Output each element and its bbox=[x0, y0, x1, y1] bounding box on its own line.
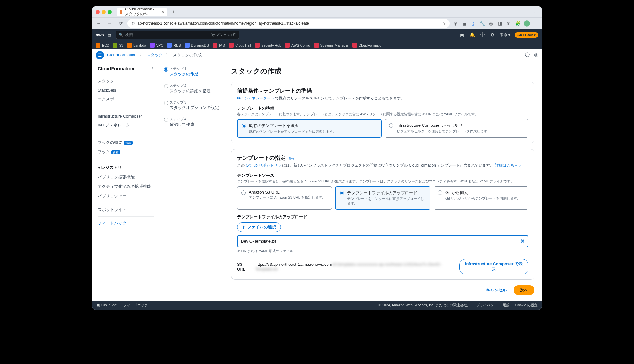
option-infrastructure-composer[interactable]: Infrastructure Composer からビルドビジュアルビルダーを使… bbox=[385, 119, 529, 138]
cloudshell-icon[interactable]: ▣ bbox=[459, 32, 465, 38]
aws-header: aws ▦ 🔍 検索 [オプション+S] ▣ 🔔 ⓘ ⚙ 東京 ▾ SDT+De… bbox=[92, 29, 542, 41]
sidebar-registry[interactable]: レジストリ bbox=[92, 163, 160, 172]
source-upload-file[interactable]: テンプレートファイルのアップロードテンプレートをコンソールに直接アップロードしま… bbox=[335, 186, 430, 210]
clear-file-icon[interactable]: ✕ bbox=[521, 238, 525, 244]
new-tab-button[interactable]: + bbox=[170, 8, 178, 16]
svc-rds[interactable]: RDS bbox=[167, 43, 181, 48]
footer-cookie[interactable]: Cookie の設定 bbox=[515, 303, 538, 308]
ext-icon-7[interactable]: 🗑 bbox=[506, 21, 512, 26]
sidebar-spotlight[interactable]: スポットライト bbox=[92, 205, 160, 214]
svc-vpc[interactable]: VPC bbox=[150, 43, 164, 48]
wizard-step-4[interactable]: ステップ 4 確認して作成 bbox=[161, 117, 220, 134]
svc-ec2[interactable]: EC2 bbox=[96, 43, 109, 48]
chevron-right-icon: 〉 bbox=[140, 53, 143, 57]
close-window[interactable] bbox=[96, 10, 100, 14]
iac-generator-link[interactable]: IaC ジェネレーター bbox=[237, 96, 274, 100]
svc-awsconfig[interactable]: AWS Config bbox=[285, 43, 310, 48]
cloudshell-button[interactable]: CloudShell bbox=[96, 303, 118, 307]
option-existing-template[interactable]: 既存のテンプレートを選択既存のテンプレートをアップロードまたは選択します。 bbox=[237, 119, 382, 138]
help-icon[interactable]: ⓘ bbox=[480, 32, 485, 38]
sidebar-infrastructure-composer[interactable]: Infrastructure Composer bbox=[92, 112, 160, 120]
svc-iam[interactable]: IAM bbox=[213, 43, 225, 48]
ext-icon-6[interactable]: ◨ bbox=[497, 21, 503, 26]
help-panel-icon[interactable]: ⓘ bbox=[525, 52, 530, 58]
footer-terms[interactable]: 用語 bbox=[503, 303, 510, 308]
aws-logo[interactable]: aws bbox=[96, 32, 104, 37]
github-repo-link[interactable]: GitHub リポジトリ bbox=[246, 163, 281, 168]
ext-icon-2[interactable]: ▣ bbox=[462, 21, 467, 26]
sidebar-publisher[interactable]: パブリッシャー bbox=[92, 191, 160, 201]
region-selector[interactable]: 東京 ▾ bbox=[500, 32, 510, 38]
forward-button[interactable]: → bbox=[106, 20, 113, 27]
url-field[interactable]: ⚙ ap-northeast-1.console.aws.amazon.com/… bbox=[127, 19, 450, 28]
template-prep-help: 各スタックはテンプレートに基づきます。テンプレートとは、スタックに含む AWS … bbox=[237, 112, 528, 117]
sidebar-feedback[interactable]: フィードバック bbox=[92, 219, 160, 228]
browser-menu-icon[interactable]: ⋮ bbox=[533, 21, 539, 26]
footer-feedback[interactable]: フィードバック bbox=[123, 303, 148, 308]
expand-tabs-icon[interactable]: ⌄ bbox=[531, 9, 538, 15]
site-info-icon[interactable]: ⚙ bbox=[131, 21, 135, 26]
sidebar-stacksets[interactable]: StackSets bbox=[92, 86, 160, 94]
wizard-step-2[interactable]: ステップ 2 スタックの詳細を指定 bbox=[161, 83, 220, 100]
sidebar-hook-overview[interactable]: フックの概要新着 bbox=[92, 138, 160, 147]
bookmark-star-icon[interactable]: ☆ bbox=[442, 21, 446, 26]
maximize-window[interactable] bbox=[108, 10, 112, 14]
nav-drawer-icon[interactable]: ☰ bbox=[96, 51, 104, 59]
sidebar-export[interactable]: エクスポート bbox=[92, 94, 160, 104]
svc-securityhub[interactable]: Security Hub bbox=[255, 43, 281, 48]
sidebar-activated-ext[interactable]: アクティブ化済みの拡張機能 bbox=[92, 182, 160, 191]
profile-avatar[interactable] bbox=[524, 20, 530, 27]
ext-icon-4[interactable]: 🔧 bbox=[479, 21, 485, 26]
extensions-icon[interactable]: 🧩 bbox=[515, 21, 521, 26]
learn-more-link[interactable]: 詳細はこちら bbox=[495, 163, 521, 168]
sidebar-iac-generator[interactable]: IaC ジェネレーター bbox=[92, 120, 160, 130]
back-button[interactable]: ← bbox=[95, 20, 103, 27]
url-text: ap-northeast-1.console.aws.amazon.com/cl… bbox=[138, 21, 309, 26]
close-tab-icon[interactable]: ✕ bbox=[161, 10, 164, 14]
sidebar-public-ext[interactable]: パブリック拡張機能 bbox=[92, 172, 160, 182]
choose-file-button[interactable]: ⬆ファイルの選択 bbox=[237, 222, 281, 232]
notifications-icon[interactable]: 🔔 bbox=[469, 32, 475, 38]
prereq-subtext: IaC ジェネレーター で既存のリソースをスキャンしてテンプレートを作成すること… bbox=[237, 96, 528, 101]
ext-icon-5[interactable]: ◎ bbox=[488, 21, 494, 26]
ext-icon-1[interactable]: ◉ bbox=[453, 21, 458, 26]
address-bar: ← → ⟳ ⚙ ap-northeast-1.console.aws.amazo… bbox=[92, 18, 542, 29]
sidebar-stacks[interactable]: スタック bbox=[92, 76, 160, 86]
collapse-sidebar-icon[interactable]: 〈 bbox=[149, 65, 154, 72]
next-button[interactable]: 次へ bbox=[514, 285, 534, 295]
service-bar: EC2 S3 Lambda VPC RDS DynamoDB IAM Cloud… bbox=[92, 41, 542, 49]
crumb-cloudformation[interactable]: CloudFormation bbox=[107, 53, 137, 57]
view-in-composer-button[interactable]: Infrastructure Composer で表示 bbox=[459, 259, 528, 274]
crumb-stacks[interactable]: スタック bbox=[146, 52, 163, 58]
cancel-button[interactable]: キャンセル bbox=[483, 285, 510, 295]
account-menu[interactable]: SDT+Dev ▾ bbox=[515, 32, 538, 38]
prerequisite-panel: 前提条件 - テンプレートの準備 IaC ジェネレーター で既存のリソースをスキ… bbox=[231, 82, 534, 143]
wizard-step-1[interactable]: ステップ 1 スタックの作成 bbox=[161, 67, 220, 83]
uploaded-file-field[interactable]: DevIO-Template.txt ✕ bbox=[237, 235, 528, 247]
aws-search[interactable]: 🔍 検索 [オプション+S] bbox=[116, 31, 239, 39]
minimize-window[interactable] bbox=[102, 10, 106, 14]
sidebar-hook[interactable]: フック新着 bbox=[92, 147, 160, 157]
svc-lambda[interactable]: Lambda bbox=[127, 43, 146, 48]
reload-button[interactable]: ⟳ bbox=[117, 20, 124, 27]
wizard-steps: ステップ 1 スタックの作成 ステップ 2 スタックの詳細を指定 ステップ 3 … bbox=[160, 61, 223, 301]
footer-privacy[interactable]: プライバシー bbox=[476, 303, 497, 308]
source-git-sync[interactable]: Git から同期Git リポジトリからテンプレートを同期します。 bbox=[434, 186, 528, 210]
source-s3-url[interactable]: Amazon S3 URLテンプレートに Amazon S3 URL を指定しま… bbox=[237, 186, 332, 210]
svc-s3[interactable]: S3 bbox=[113, 43, 123, 48]
svc-dynamodb[interactable]: DynamoDB bbox=[185, 43, 209, 48]
ext-icon-3[interactable]: ⟫ bbox=[470, 21, 476, 26]
svc-systemsmanager[interactable]: Systems Manager bbox=[314, 43, 349, 48]
svc-cloudtrail[interactable]: CloudTrail bbox=[229, 43, 251, 48]
settings-icon[interactable]: ⚙ bbox=[490, 32, 495, 38]
services-grid-icon[interactable]: ▦ bbox=[107, 32, 113, 38]
wizard-step-3[interactable]: ステップ 3 スタックオプションの設定 bbox=[161, 100, 220, 117]
browser-actions: ◉ ▣ ⟫ 🔧 ◎ ◨ 🗑 🧩 ⋮ bbox=[453, 20, 539, 27]
radio-icon bbox=[241, 190, 246, 195]
refresh-icon[interactable]: ◎ bbox=[534, 52, 538, 58]
aws-footer: CloudShell フィードバック © 2024, Amazon Web Se… bbox=[92, 301, 542, 310]
svc-cloudformation[interactable]: CloudFormation bbox=[352, 43, 383, 48]
browser-tab[interactable]: CloudFormation - スタックの作… ✕ bbox=[117, 8, 167, 16]
radio-icon bbox=[340, 191, 344, 195]
info-link[interactable]: 情報 bbox=[288, 156, 294, 160]
